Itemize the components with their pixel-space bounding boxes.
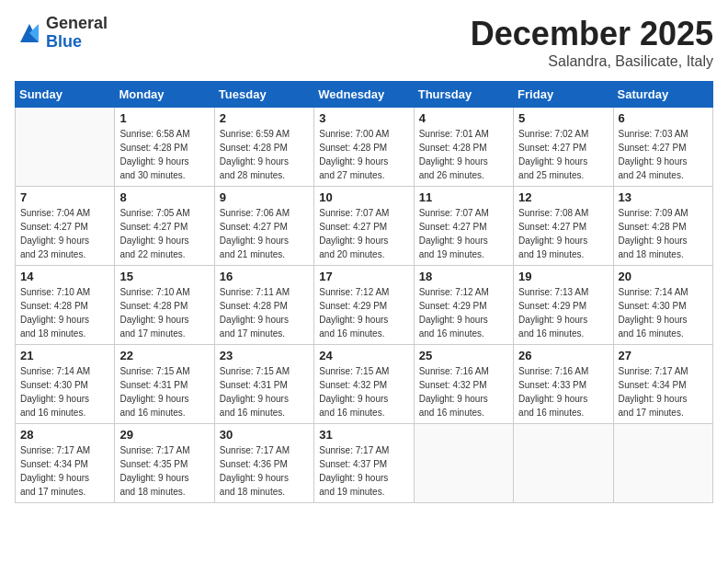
day-info: Sunrise: 7:01 AM Sunset: 4:28 PM Dayligh… [419, 127, 508, 182]
day-number: 4 [419, 111, 508, 125]
weekday-header-friday: Friday [514, 82, 613, 108]
page-header: General Blue December 2025 Salandra, Bas… [15, 15, 713, 70]
calendar-cell: 21Sunrise: 7:14 AM Sunset: 4:30 PM Dayli… [16, 345, 115, 424]
day-number: 19 [518, 270, 608, 283]
day-number: 29 [119, 428, 209, 442]
calendar-cell [414, 424, 513, 503]
calendar-week-4: 21Sunrise: 7:14 AM Sunset: 4:30 PM Dayli… [16, 345, 713, 424]
title-block: December 2025 Salandra, Basilicate, Ital… [471, 15, 713, 70]
calendar-cell: 20Sunrise: 7:14 AM Sunset: 4:30 PM Dayli… [613, 266, 712, 345]
day-info: Sunrise: 7:15 AM Sunset: 4:32 PM Dayligh… [319, 364, 408, 419]
calendar-week-1: 1Sunrise: 6:58 AM Sunset: 4:28 PM Daylig… [16, 108, 713, 187]
day-number: 18 [419, 270, 508, 283]
calendar-cell: 28Sunrise: 7:17 AM Sunset: 4:34 PM Dayli… [16, 424, 115, 503]
calendar-cell: 11Sunrise: 7:07 AM Sunset: 4:27 PM Dayli… [414, 187, 513, 266]
calendar-week-3: 14Sunrise: 7:10 AM Sunset: 4:28 PM Dayli… [16, 266, 713, 345]
day-number: 17 [319, 270, 408, 283]
day-number: 21 [20, 349, 109, 362]
day-info: Sunrise: 7:02 AM Sunset: 4:27 PM Dayligh… [518, 127, 608, 182]
day-info: Sunrise: 7:04 AM Sunset: 4:27 PM Dayligh… [20, 206, 109, 261]
day-info: Sunrise: 7:16 AM Sunset: 4:32 PM Dayligh… [419, 364, 508, 419]
location-subtitle: Salandra, Basilicate, Italy [471, 53, 713, 70]
day-number: 6 [619, 111, 708, 125]
calendar-cell: 8Sunrise: 7:05 AM Sunset: 4:27 PM Daylig… [115, 187, 214, 266]
calendar-cell: 16Sunrise: 7:11 AM Sunset: 4:28 PM Dayli… [214, 266, 313, 345]
day-number: 23 [220, 349, 309, 362]
calendar-cell: 18Sunrise: 7:12 AM Sunset: 4:29 PM Dayli… [414, 266, 513, 345]
day-info: Sunrise: 7:12 AM Sunset: 4:29 PM Dayligh… [319, 285, 408, 340]
calendar-cell: 4Sunrise: 7:01 AM Sunset: 4:28 PM Daylig… [414, 108, 513, 187]
calendar-cell: 15Sunrise: 7:10 AM Sunset: 4:28 PM Dayli… [115, 266, 214, 345]
day-number: 14 [20, 270, 109, 283]
calendar-cell: 12Sunrise: 7:08 AM Sunset: 4:27 PM Dayli… [514, 187, 613, 266]
calendar-cell: 19Sunrise: 7:13 AM Sunset: 4:29 PM Dayli… [514, 266, 613, 345]
calendar-cell [613, 424, 712, 503]
weekday-header-monday: Monday [115, 82, 214, 108]
day-info: Sunrise: 7:13 AM Sunset: 4:29 PM Dayligh… [518, 285, 608, 340]
calendar-cell: 1Sunrise: 6:58 AM Sunset: 4:28 PM Daylig… [115, 108, 214, 187]
calendar-cell: 3Sunrise: 7:00 AM Sunset: 4:28 PM Daylig… [314, 108, 414, 187]
day-info: Sunrise: 7:16 AM Sunset: 4:33 PM Dayligh… [518, 364, 608, 419]
calendar-cell: 10Sunrise: 7:07 AM Sunset: 4:27 PM Dayli… [314, 187, 414, 266]
weekday-header-wednesday: Wednesday [314, 82, 414, 108]
day-info: Sunrise: 7:09 AM Sunset: 4:28 PM Dayligh… [619, 206, 708, 261]
day-number: 2 [220, 111, 309, 125]
logo-general: General [46, 15, 108, 33]
logo: General Blue [15, 15, 108, 52]
day-number: 24 [319, 349, 408, 362]
weekday-header-sunday: Sunday [16, 82, 115, 108]
weekday-header-tuesday: Tuesday [214, 82, 313, 108]
day-number: 22 [119, 349, 209, 362]
day-number: 3 [319, 111, 408, 125]
day-number: 10 [319, 190, 408, 204]
day-number: 7 [20, 190, 109, 204]
day-info: Sunrise: 7:05 AM Sunset: 4:27 PM Dayligh… [119, 206, 209, 261]
day-info: Sunrise: 7:07 AM Sunset: 4:27 PM Dayligh… [319, 206, 408, 261]
day-number: 20 [619, 270, 708, 283]
calendar-cell: 9Sunrise: 7:06 AM Sunset: 4:27 PM Daylig… [214, 187, 313, 266]
day-info: Sunrise: 7:14 AM Sunset: 4:30 PM Dayligh… [619, 285, 708, 340]
day-info: Sunrise: 7:12 AM Sunset: 4:29 PM Dayligh… [419, 285, 508, 340]
calendar-cell: 29Sunrise: 7:17 AM Sunset: 4:35 PM Dayli… [115, 424, 214, 503]
day-info: Sunrise: 7:10 AM Sunset: 4:28 PM Dayligh… [20, 285, 109, 340]
calendar-cell: 6Sunrise: 7:03 AM Sunset: 4:27 PM Daylig… [613, 108, 712, 187]
day-info: Sunrise: 7:07 AM Sunset: 4:27 PM Dayligh… [419, 206, 508, 261]
day-number: 15 [119, 270, 209, 283]
calendar-cell [16, 108, 115, 187]
calendar-cell: 17Sunrise: 7:12 AM Sunset: 4:29 PM Dayli… [314, 266, 414, 345]
day-info: Sunrise: 7:14 AM Sunset: 4:30 PM Dayligh… [20, 364, 109, 419]
calendar-cell: 27Sunrise: 7:17 AM Sunset: 4:34 PM Dayli… [613, 345, 712, 424]
calendar-header: SundayMondayTuesdayWednesdayThursdayFrid… [16, 82, 713, 108]
calendar-cell: 7Sunrise: 7:04 AM Sunset: 4:27 PM Daylig… [16, 187, 115, 266]
logo-text: General Blue [46, 15, 108, 52]
day-info: Sunrise: 7:17 AM Sunset: 4:35 PM Dayligh… [119, 443, 209, 499]
calendar-cell: 13Sunrise: 7:09 AM Sunset: 4:28 PM Dayli… [613, 187, 712, 266]
weekday-row: SundayMondayTuesdayWednesdayThursdayFrid… [16, 82, 713, 108]
day-number: 28 [20, 428, 109, 442]
day-number: 9 [220, 190, 309, 204]
logo-blue: Blue [46, 33, 108, 52]
day-info: Sunrise: 7:17 AM Sunset: 4:34 PM Dayligh… [20, 443, 109, 499]
day-number: 16 [220, 270, 309, 283]
day-info: Sunrise: 7:06 AM Sunset: 4:27 PM Dayligh… [220, 206, 309, 261]
calendar-cell: 23Sunrise: 7:15 AM Sunset: 4:31 PM Dayli… [214, 345, 313, 424]
calendar-cell: 2Sunrise: 6:59 AM Sunset: 4:28 PM Daylig… [214, 108, 313, 187]
calendar-cell: 22Sunrise: 7:15 AM Sunset: 4:31 PM Dayli… [115, 345, 214, 424]
calendar-cell: 24Sunrise: 7:15 AM Sunset: 4:32 PM Dayli… [314, 345, 414, 424]
weekday-header-thursday: Thursday [414, 82, 513, 108]
day-info: Sunrise: 7:17 AM Sunset: 4:37 PM Dayligh… [319, 443, 408, 499]
day-info: Sunrise: 7:17 AM Sunset: 4:36 PM Dayligh… [220, 443, 309, 499]
day-info: Sunrise: 6:59 AM Sunset: 4:28 PM Dayligh… [220, 127, 309, 182]
day-info: Sunrise: 7:17 AM Sunset: 4:34 PM Dayligh… [619, 364, 708, 419]
day-info: Sunrise: 7:15 AM Sunset: 4:31 PM Dayligh… [119, 364, 209, 419]
day-number: 1 [119, 111, 209, 125]
calendar-cell: 5Sunrise: 7:02 AM Sunset: 4:27 PM Daylig… [514, 108, 613, 187]
calendar-cell: 31Sunrise: 7:17 AM Sunset: 4:37 PM Dayli… [314, 424, 414, 503]
day-number: 31 [319, 428, 408, 442]
day-info: Sunrise: 7:10 AM Sunset: 4:28 PM Dayligh… [119, 285, 209, 340]
day-info: Sunrise: 7:08 AM Sunset: 4:27 PM Dayligh… [518, 206, 608, 261]
calendar-week-2: 7Sunrise: 7:04 AM Sunset: 4:27 PM Daylig… [16, 187, 713, 266]
day-number: 12 [518, 190, 608, 204]
day-info: Sunrise: 7:11 AM Sunset: 4:28 PM Dayligh… [220, 285, 309, 340]
day-number: 27 [619, 349, 708, 362]
